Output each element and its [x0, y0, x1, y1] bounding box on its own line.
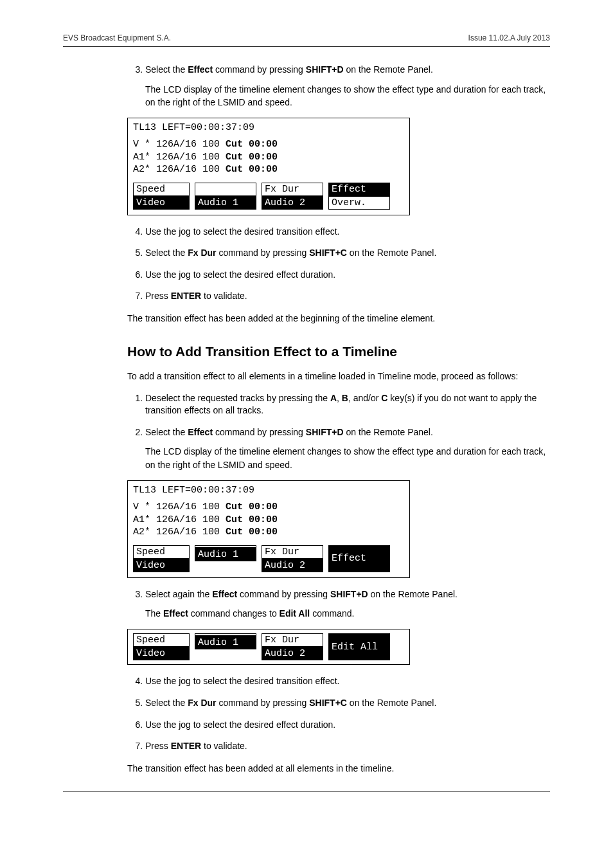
step-5: Select the Fx Dur command by pressing SH…: [145, 247, 550, 260]
step-7: Press ENTER to validate.: [145, 290, 550, 303]
step-6: Use the jog to select the desired effect…: [145, 269, 550, 282]
step-3-sub: The LCD display of the timeline element …: [145, 83, 550, 109]
lcd3-audio1: Audio 1: [195, 636, 256, 649]
sec2-step-7: Press ENTER to validate.: [145, 740, 550, 753]
lcd1-overw: Overw.: [328, 196, 390, 210]
sec2-step-2-sub: The LCD display of the timeline element …: [145, 445, 550, 471]
lcd2-effect: Effect: [328, 545, 390, 572]
lcd1-speed: Speed: [133, 183, 190, 196]
lcd2-fxdur: Fx Dur: [262, 545, 323, 559]
lcd1-effect: Effect: [328, 183, 390, 196]
heading: How to Add Transition Effect to a Timeli…: [127, 344, 550, 359]
lcd1-blank: [195, 183, 256, 196]
lcd1-video: Video: [133, 196, 190, 210]
lcd2-video: Video: [133, 559, 190, 572]
footer-divider: [63, 791, 550, 792]
lcd3-audio2: Audio 2: [262, 647, 323, 660]
step-3: Select the Effect command by pressing SH…: [145, 64, 550, 109]
sec2-step-4: Use the jog to select the desired transi…: [145, 675, 550, 688]
sec2-step-6: Use the jog to select the desired effect…: [145, 719, 550, 732]
sec2-step-3-sub: The Effect command changes to Edit All c…: [145, 607, 550, 620]
page-header: EVS Broadcast Equipment S.A. Issue 11.02…: [63, 33, 550, 47]
lcd1-lines: V * 126A/16 100 Cut 00:00 A1* 126A/16 10…: [133, 138, 404, 176]
sec1-final: The transition effect has been added at …: [127, 312, 550, 325]
lcd2-audio2: Audio 2: [262, 559, 323, 572]
lcd1-audio2: Audio 2: [262, 196, 323, 210]
lcd1-title: TL13 LEFT=00:00:37:09: [133, 122, 404, 133]
lcd1-audio1: Audio 1: [195, 196, 256, 210]
header-left: EVS Broadcast Equipment S.A.: [63, 33, 171, 42]
lcd-display-2: TL13 LEFT=00:00:37:09 V * 126A/16 100 Cu…: [127, 480, 410, 578]
sec2-final: The transition effect has been added at …: [127, 762, 550, 775]
header-right: Issue 11.02.A July 2013: [468, 33, 550, 42]
sec2-intro: To add a transition effect to all elemen…: [127, 370, 550, 383]
lcd3-fxdur: Fx Dur: [262, 633, 323, 647]
lcd2-audio1: Audio 1: [195, 548, 256, 561]
lcd3-speed: Speed: [133, 633, 190, 647]
lcd1-fxdur: Fx Dur: [262, 183, 323, 196]
lcd3-video: Video: [133, 647, 190, 660]
lcd2-lines: V * 126A/16 100 Cut 00:00 A1* 126A/16 10…: [133, 501, 404, 539]
step-4: Use the jog to select the desired transi…: [145, 226, 550, 239]
sec2-step-5: Select the Fx Dur command by pressing SH…: [145, 697, 550, 710]
sec2-step-3: Select again the Effect command by press…: [145, 588, 550, 620]
lcd2-speed: Speed: [133, 545, 190, 559]
sec2-step-1: Deselect the requested tracks by pressin…: [145, 392, 550, 417]
lcd2-title: TL13 LEFT=00:00:37:09: [133, 485, 404, 496]
lcd-display-3: Speed Video Audio 1 Fx Dur Audio 2 Edit …: [127, 629, 410, 665]
lcd3-editall: Edit All: [328, 633, 390, 660]
sec2-step-2: Select the Effect command by pressing SH…: [145, 426, 550, 471]
lcd-display-1: TL13 LEFT=00:00:37:09 V * 126A/16 100 Cu…: [127, 118, 410, 215]
